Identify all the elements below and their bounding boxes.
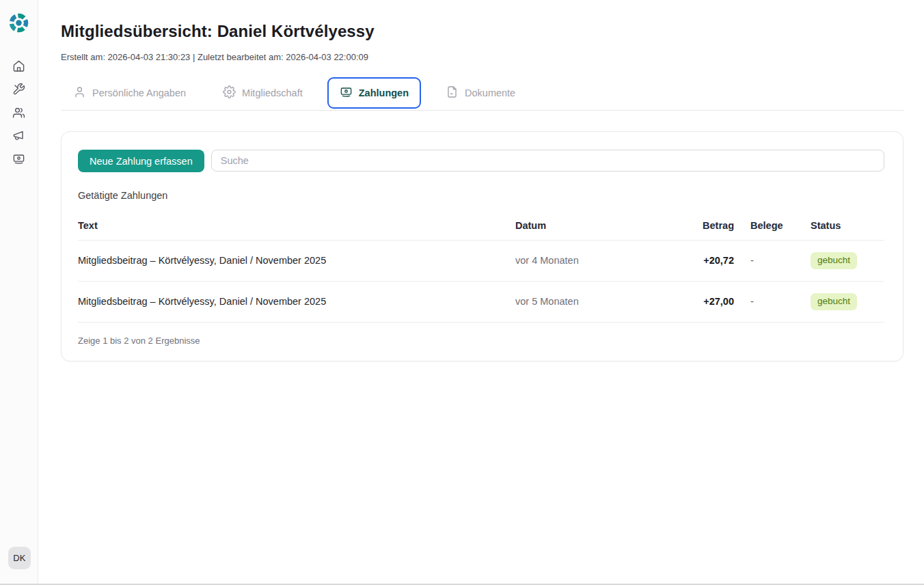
megaphone-icon[interactable] <box>8 128 31 142</box>
payment-date: vor 5 Monaten <box>515 281 674 322</box>
tab-label: Dokumente <box>465 87 515 98</box>
sidebar-nav <box>8 59 31 165</box>
payment-date: vor 4 Monaten <box>515 241 674 282</box>
user-avatar[interactable]: DK <box>8 547 31 569</box>
app-logo-icon[interactable] <box>8 12 30 34</box>
home-icon[interactable] <box>8 59 31 72</box>
payment-receipts: - <box>734 241 811 282</box>
column-header-status: Status <box>811 216 884 241</box>
status-badge: gebucht <box>811 252 857 269</box>
results-summary: Zeige 1 bis 2 von 2 Ergebnisse <box>78 336 884 346</box>
table-row[interactable]: Mitgliedsbeitrag – Körtvélyessy, Daniel … <box>78 281 884 322</box>
payment-amount: +27,00 <box>674 281 734 322</box>
payment-receipts: - <box>734 281 811 322</box>
table-header-row: Text Datum Betrag Belege Status <box>78 216 884 241</box>
main-content: Mitgliedsübersicht: Daniel Körtvélyessy … <box>38 0 924 585</box>
tab-dokumente[interactable]: Dokumente <box>433 77 528 109</box>
banknote-icon <box>340 85 353 100</box>
new-payment-button[interactable]: Neue Zahlung erfassen <box>78 150 204 172</box>
section-label: Getätigte Zahlungen <box>78 190 884 201</box>
gear-icon <box>223 85 236 100</box>
tab-mitgliedschaft[interactable]: Mitgliedschaft <box>210 77 315 109</box>
sidebar: DK <box>0 0 38 585</box>
tab-bar: Persönliche Angaben Mitgliedschaft Zahlu… <box>61 77 903 111</box>
column-header-datum: Datum <box>515 216 674 241</box>
tab-persoenliche-angaben[interactable]: Persönliche Angaben <box>61 77 198 109</box>
payments-table: Text Datum Betrag Belege Status Mitglied… <box>78 216 884 323</box>
document-icon <box>446 85 459 100</box>
payment-status-cell: gebucht <box>811 241 884 282</box>
person-icon <box>73 85 86 100</box>
tab-label: Mitgliedschaft <box>242 87 303 98</box>
banknote-icon[interactable] <box>8 152 31 165</box>
column-header-betrag: Betrag <box>674 216 734 241</box>
table-row[interactable]: Mitgliedsbeitrag – Körtvélyessy, Daniel … <box>78 241 884 282</box>
page-title: Mitgliedsübersicht: Daniel Körtvélyessy <box>61 22 903 41</box>
payments-toolbar: Neue Zahlung erfassen <box>78 150 884 172</box>
users-icon[interactable] <box>8 105 31 119</box>
payment-status-cell: gebucht <box>811 281 884 322</box>
tab-zahlungen[interactable]: Zahlungen <box>327 77 421 109</box>
payment-text: Mitgliedsbeitrag – Körtvélyessy, Daniel … <box>78 281 515 322</box>
payments-card: Neue Zahlung erfassen Getätigte Zahlunge… <box>61 131 903 362</box>
search-input[interactable] <box>211 150 884 172</box>
tab-label: Persönliche Angaben <box>92 87 186 98</box>
status-badge: gebucht <box>811 293 857 310</box>
tab-label: Zahlungen <box>359 87 409 98</box>
payment-amount: +20,72 <box>674 241 734 282</box>
record-meta: Erstellt am: 2026-04-03 21:30:23 | Zulet… <box>61 52 903 62</box>
tools-icon[interactable] <box>8 82 31 96</box>
column-header-belege: Belege <box>734 216 811 241</box>
payment-text: Mitgliedsbeitrag – Körtvélyessy, Daniel … <box>78 241 515 282</box>
column-header-text: Text <box>78 216 515 241</box>
